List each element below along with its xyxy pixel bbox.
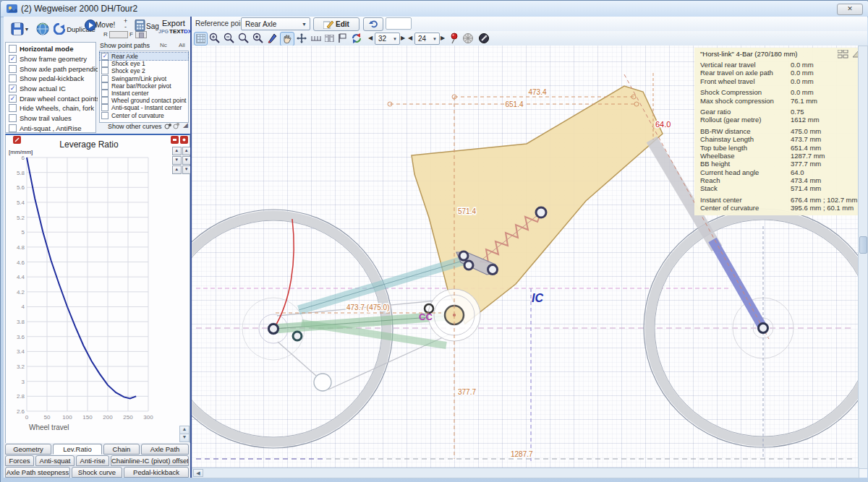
f-slider-handle[interactable] [139,33,144,38]
path-item-center-of-curvature[interactable]: Center of curvature [100,112,188,119]
value-box[interactable] [386,17,412,30]
sag-button[interactable] [132,18,147,33]
export-jpg-label[interactable]: JPG [158,29,169,34]
point-paths-nc-link[interactable]: Nc [160,42,167,48]
zoom-out-icon[interactable] [224,33,235,44]
pin-icon[interactable] [449,33,459,44]
scroll-left-button[interactable]: ◀ [193,469,203,477]
option-show-pedal-kickback[interactable]: Show pedal-kickback [7,74,95,84]
close-button[interactable]: ✕ [837,4,863,15]
path-item-anti-squat-instant-center[interactable]: Anti-squat - Instant center [100,104,188,111]
checkbox[interactable]: ✓ [9,55,17,63]
web-button[interactable] [34,20,51,38]
option-draw-wheel-contact-points[interactable]: ✓Draw wheel contact points [7,93,95,103]
r-slider[interactable] [109,31,128,38]
save-button[interactable]: ▼ [7,19,33,39]
geometry-info-panel: "Horst-link" 4-Bar (270/180 mm) Vertical… [694,48,858,215]
path-item-rear-axle[interactable]: ✓Rear Axle [100,53,188,60]
option-anti-squat-antirise[interactable]: Anti-squat , AntiRise [7,124,95,134]
canvas-horizontal-scrollbar[interactable]: ◀ [192,468,859,478]
checkbox[interactable] [9,114,17,122]
pen-tool-icon[interactable] [267,33,278,44]
resize-grip-icon[interactable]: ◢ [183,121,188,129]
pan-tool-button[interactable] [280,32,294,46]
instant-center-label: IC [532,292,543,304]
tab-anti-rise[interactable]: Anti-rise [76,455,109,466]
tab-geometry[interactable]: Geometry [5,444,51,455]
calculator-icon [135,20,145,32]
frame-next-button[interactable]: ▶ [401,35,405,41]
option-horizontal-mode[interactable]: Horizontal mode [7,44,95,54]
reference-point-select[interactable]: Rear Axle ▼ [241,17,310,30]
tab-chain[interactable]: Chain [103,444,140,455]
checkbox[interactable] [9,65,17,73]
vertical-scroll-thumb[interactable] [859,236,867,254]
checkbox[interactable] [9,104,17,112]
option-hide-wheels-chain-fork[interactable]: Hide Wheels, chain, fork [7,103,95,113]
chart-pen-red-icon[interactable] [13,136,21,144]
checkbox[interactable]: ✓ [9,95,17,103]
frame-next-button-2[interactable]: ▶ [441,35,445,41]
chart-panel: Leverage Ratio ▲▲ ▼▼ ▲▼ 0501001502002503… [5,134,190,446]
option-show-trail-values[interactable]: Show trail values [7,113,95,124]
chart-brush-red-icon[interactable] [180,136,188,144]
chart-scroll-down-button[interactable]: ▼ [179,434,190,442]
path-item-wheel-ground-contact-point[interactable]: Wheel ground contact point [100,97,188,104]
tab-axle-path-steepness[interactable]: Axle Path steepness [5,467,70,478]
svg-text:Wheel travel: Wheel travel [29,423,69,431]
lower-link[interactable] [302,323,446,345]
path-item-swingarm-link-pivot[interactable]: Swingarm/Link pivot [100,75,188,82]
tab-lev-ratio[interactable]: Lev.Ratio [53,444,102,455]
point-paths-all-link[interactable]: All [179,42,185,48]
path-item-rear-bar-rocker-pivot[interactable]: Rear bar/Rocker pivot [100,82,188,90]
checkbox[interactable] [9,45,17,53]
move-tool-icon[interactable] [296,33,307,44]
duplicate-icon [54,23,65,35]
tab-pedal-kickback[interactable]: Pedal-kickback [124,467,189,478]
grid-toggle-button[interactable] [194,32,208,46]
option-show-axle-path-perpendiculars[interactable]: Show axle path perpendiculars [7,64,95,74]
path-item-instant-center[interactable]: Instant center [100,90,188,97]
save-dropdown-arrow[interactable]: ▼ [25,27,30,32]
curve-options-icons[interactable] [164,122,180,130]
travel-step-select[interactable]: 32 ▼ [375,33,400,45]
compass-icon[interactable] [478,33,490,44]
tab-shock-curve[interactable]: Shock curve [72,467,122,478]
svg-text:4.6: 4.6 [17,259,25,266]
tab-chainline-ic-offset[interactable]: Chainline-IC (pivot) offset [111,455,189,466]
refresh-icon[interactable] [351,33,363,43]
frame-prev-button[interactable]: ◀ [368,35,373,41]
option-show-actual-ic[interactable]: ✓Show actual IC [7,84,95,94]
export-text-label[interactable]: TEXT [169,28,184,35]
info-row: Rear travel on axle path0.0 mm [700,69,858,77]
export-label[interactable]: Export [162,19,185,27]
option-show-frame-geometry[interactable]: ✓Show frame geometry [7,54,95,64]
measure-icon[interactable] [310,34,322,43]
tab-forces[interactable]: Forces [5,455,34,466]
zoom-all-icon[interactable] [252,33,264,44]
zoom-in-icon[interactable] [209,33,221,44]
path-item-shock-eye-1[interactable]: Shock eye 1 [100,60,188,67]
drawing-canvas[interactable]: 473.4 651.4 571.4 473.7 (475.0) 377.7 12… [192,46,858,468]
collapse-triangle-icon[interactable] [852,50,858,58]
dimensions-icon[interactable] [325,35,334,42]
canvas-vertical-scrollbar[interactable] [858,46,868,469]
chart-eraser-red-icon[interactable] [171,136,179,144]
checkbox[interactable] [9,124,17,132]
frame-prev-button-2[interactable]: ◀ [408,35,412,41]
edit-button[interactable]: Edit [313,17,359,31]
sag-minus[interactable]: - [124,23,127,30]
tab-axle-path[interactable]: Axle Path [141,444,189,455]
path-item-shock-eye-2[interactable]: Shock eye 2 [100,67,188,74]
flag-icon[interactable] [338,33,346,43]
wheel-icon[interactable] [462,33,474,44]
zoom-reset-icon[interactable] [238,33,250,44]
undo-button[interactable] [363,17,383,31]
checkbox[interactable] [9,74,17,82]
shock-step-select[interactable]: 24 ▼ [414,33,440,45]
title-bar[interactable]: (2) Wegweiser 2000 DH/Tour2 ✕ [1,1,868,17]
tab-anti-squat[interactable]: Anti-squat [35,455,75,466]
panel-layout-icon[interactable] [838,50,849,59]
checkbox[interactable]: ✓ [9,85,17,92]
show-other-curves-link[interactable]: Show other curves [108,123,162,130]
